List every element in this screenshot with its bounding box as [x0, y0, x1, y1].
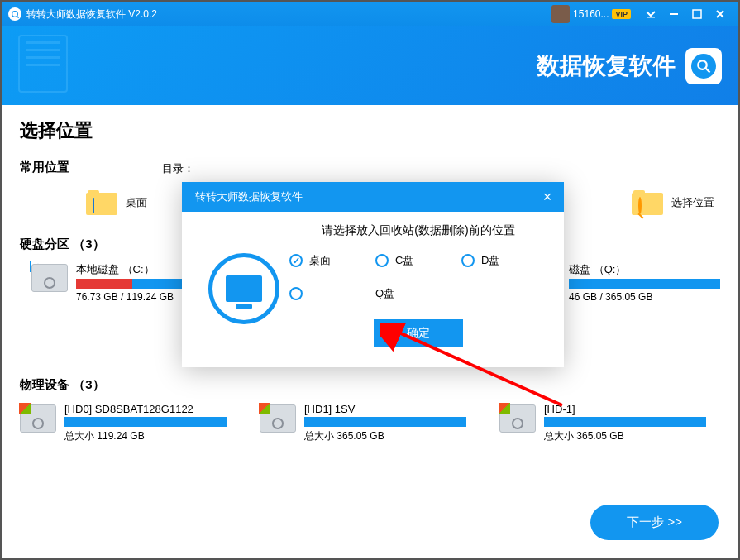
option-desktop-label: 桌面: [309, 253, 331, 268]
svg-rect-3: [693, 10, 701, 18]
option-c-label: C盘: [395, 253, 413, 268]
dialog-icon: [198, 253, 289, 347]
physical-section-label: 物理设备 （3）: [20, 377, 720, 393]
phys-hd-1[interactable]: [HD-1] 总大小 365.05 GB: [499, 403, 706, 443]
maximize-button[interactable]: [685, 2, 709, 26]
folder-desktop-icon: [86, 190, 117, 215]
phys-hd0-size: 总大小 119.24 GB: [64, 429, 227, 443]
radio-selected-icon: ✓: [289, 254, 303, 267]
phys-hd-1-bar: [544, 417, 706, 427]
common-section-label: 常用位置: [20, 160, 69, 175]
hdd-icon: [499, 404, 536, 433]
radio-icon: [375, 254, 389, 267]
phys-hd-1-name: [HD-1]: [544, 403, 706, 415]
dialog-header: 转转大师数据恢复软件 ×: [182, 182, 564, 212]
hdd-icon: [260, 404, 296, 433]
option-desktop[interactable]: ✓ 桌面: [289, 253, 375, 268]
phys-hd1-size: 总大小 365.05 GB: [304, 429, 466, 443]
svg-point-4: [698, 60, 707, 69]
banner-logo: [685, 48, 722, 84]
page-title: 选择位置: [20, 118, 720, 143]
dialog-title: 转转大师数据恢复软件: [195, 189, 303, 204]
disk-q[interactable]: 磁盘 （Q:） 46 GB / 365.05 GB: [569, 262, 720, 303]
svg-rect-2: [670, 13, 678, 15]
minimize-button[interactable]: [662, 2, 685, 26]
hdd-icon: [31, 264, 68, 292]
dialog: 转转大师数据恢复软件 × 请选择放入回收站(数据删除)前的位置 ✓ 桌面: [182, 182, 564, 367]
phys-hd0[interactable]: [HD0] SD8SBAT128G1122 总大小 119.24 GB: [20, 403, 227, 443]
phys-hd1-bar: [304, 417, 466, 427]
dialog-prompt: 请选择放入回收站(数据删除)前的位置: [289, 223, 547, 238]
dir-label: 目录：: [162, 161, 194, 176]
radio-icon: [461, 254, 475, 267]
svg-point-0: [12, 12, 18, 17]
phys-hd0-bar: [64, 417, 227, 427]
monitor-icon: [226, 275, 262, 302]
common-choose-location[interactable]: 选择位置: [632, 190, 714, 215]
banner: 数据恢复软件: [2, 26, 738, 105]
dialog-close-button[interactable]: ×: [539, 189, 556, 206]
user-avatar[interactable]: [551, 5, 570, 23]
phys-hd1[interactable]: [HD1] 1SV 总大小 365.05 GB: [260, 403, 466, 443]
radio-icon: [289, 287, 303, 300]
folder-search-icon: [632, 190, 663, 215]
common-desktop-label: 桌面: [126, 195, 147, 210]
app-icon: [8, 7, 21, 21]
option-d[interactable]: D盘: [461, 253, 547, 268]
option-c[interactable]: C盘: [375, 253, 461, 268]
option-q[interactable]: [289, 286, 375, 301]
phys-hd0-name: [HD0] SD8SBAT128G1122: [64, 403, 227, 415]
common-desktop[interactable]: 桌面: [86, 190, 147, 215]
option-d-label: D盘: [481, 253, 499, 268]
phys-hd-1-size: 总大小 365.05 GB: [544, 429, 706, 443]
app-title: 转转大师数据恢复软件 V2.0.2: [26, 7, 157, 22]
close-button[interactable]: [709, 2, 732, 26]
username[interactable]: 15160...: [573, 8, 609, 20]
titlebar: 转转大师数据恢复软件 V2.0.2 15160... VIP: [2, 2, 738, 26]
disk-q-bar: [569, 279, 720, 289]
next-button[interactable]: 下一步 >>: [590, 505, 719, 540]
banner-title: 数据恢复软件: [537, 50, 676, 82]
phys-hd1-name: [HD1] 1SV: [304, 403, 466, 415]
disk-q-size: 46 GB / 365.05 GB: [569, 291, 720, 303]
svg-rect-1: [647, 17, 655, 18]
disk-q-name: 磁盘 （Q:）: [569, 262, 720, 277]
common-choose-label: 选择位置: [671, 195, 714, 210]
confirm-button[interactable]: 确定: [374, 319, 463, 347]
option-q-label: Q盘: [375, 286, 394, 301]
dropdown-button[interactable]: [639, 2, 662, 26]
vip-badge: VIP: [612, 9, 631, 19]
hdd-icon: [20, 404, 56, 433]
